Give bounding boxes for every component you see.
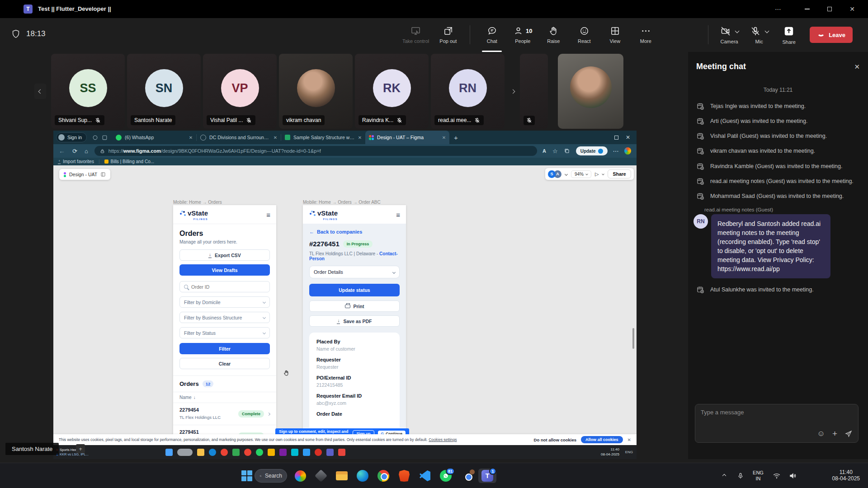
- browser-more-icon[interactable]: ⋯: [613, 148, 619, 155]
- people-button[interactable]: 10 People: [511, 21, 534, 49]
- remote-taskbar-icon[interactable]: [268, 449, 275, 456]
- spotlight-video-tile[interactable]: [558, 54, 623, 129]
- tray-language[interactable]: ENGIN: [750, 469, 767, 483]
- collaborators-chevron-icon[interactable]: [565, 172, 568, 175]
- tab-close-icon[interactable]: ✕: [442, 135, 446, 140]
- participant-tile[interactable]: SS Shivani Sup...: [51, 54, 125, 129]
- remote-taskbar-icon[interactable]: [244, 449, 251, 456]
- participant-tile[interactable]: RN read.ai mee...: [431, 54, 505, 129]
- whatsapp-icon[interactable]: 81: [439, 469, 453, 483]
- mic-options-chevron-icon[interactable]: [764, 29, 769, 33]
- edge-icon[interactable]: [355, 469, 370, 483]
- tray-mic-icon[interactable]: [733, 469, 748, 483]
- remote-taskbar-icon[interactable]: [232, 449, 240, 456]
- close-button[interactable]: ✕: [842, 0, 863, 18]
- remote-taskbar-icon[interactable]: [279, 449, 287, 456]
- tray-expand-icon[interactable]: [717, 469, 731, 483]
- mic-button[interactable]: Mic: [747, 21, 771, 49]
- workspaces-icon[interactable]: [92, 135, 98, 141]
- pop-out-button[interactable]: Pop out: [436, 21, 460, 49]
- update-status-button[interactable]: Update status: [309, 284, 400, 296]
- back-to-companies-link[interactable]: ←Back to companies: [309, 229, 400, 235]
- emoji-icon[interactable]: ☺: [817, 429, 825, 438]
- participant-tile[interactable]: vikram chavan: [279, 54, 353, 129]
- share-button[interactable]: Share: [777, 21, 801, 49]
- column-header-name[interactable]: Name↓: [173, 392, 276, 403]
- teams-taskbar-icon[interactable]: T 1: [478, 469, 496, 483]
- layers-panel-icon[interactable]: [100, 172, 106, 177]
- present-button[interactable]: ▷: [595, 171, 599, 177]
- chat-close-icon[interactable]: ✕: [854, 63, 860, 71]
- chrome-profile-icon[interactable]: [460, 469, 475, 483]
- view-button[interactable]: View: [603, 21, 627, 49]
- tab-actions-icon[interactable]: [102, 135, 108, 141]
- save-as-pdf-button[interactable]: ↓Save as PDF: [309, 315, 400, 327]
- remote-taskbar-icon[interactable]: [165, 449, 173, 456]
- overlay-add-button[interactable]: +: [76, 444, 85, 453]
- remote-taskbar-icon[interactable]: [197, 449, 204, 456]
- vscode-icon[interactable]: [418, 469, 432, 483]
- frame-label[interactable]: Mobile: Home → Orders: [173, 200, 222, 205]
- participant-tile[interactable]: RK Ravindra K...: [355, 54, 429, 129]
- collaborator-avatar[interactable]: S: [548, 170, 556, 178]
- collections-icon[interactable]: [564, 148, 570, 154]
- design-frame-order-detail[interactable]: vStateFILINGS ≡ ←Back to companies #2276…: [303, 205, 406, 433]
- figma-share-button[interactable]: Share: [608, 169, 631, 178]
- filter-status-select[interactable]: Filter by Status: [179, 327, 270, 338]
- attach-plus-icon[interactable]: +: [832, 429, 837, 439]
- tab-close-icon[interactable]: ✕: [358, 135, 362, 140]
- remote-taskbar-icon[interactable]: [177, 449, 193, 456]
- taskbar-search[interactable]: Search: [255, 469, 287, 483]
- browser-update-button[interactable]: Update: [576, 146, 608, 155]
- hamburger-icon[interactable]: ≡: [396, 211, 400, 219]
- tab-close-icon[interactable]: ✕: [189, 135, 193, 140]
- brave-icon[interactable]: [397, 469, 411, 483]
- remote-taskbar-icon[interactable]: [221, 449, 228, 456]
- design-frame-orders[interactable]: vStateFILINGS ≡ Orders Manage all your o…: [173, 205, 276, 459]
- copilot-icon[interactable]: [624, 147, 631, 155]
- participant-tile[interactable]: SN Santosh Narate: [127, 54, 201, 129]
- figma-canvas[interactable]: Design - UAT S A 94% ▷ Share Mobile: Hom…: [53, 165, 637, 434]
- start-button[interactable]: [240, 469, 254, 483]
- print-button[interactable]: Print: [309, 300, 400, 312]
- browser-tab[interactable]: (6) WhatsApp✕: [112, 131, 196, 144]
- browser-profile-button[interactable]: Sign in: [56, 132, 87, 142]
- order-id-input[interactable]: [191, 284, 265, 290]
- remote-taskbar-icon[interactable]: [338, 449, 345, 456]
- refresh-icon[interactable]: ⟳: [72, 148, 77, 155]
- raise-hand-button[interactable]: Raise: [542, 21, 565, 49]
- remote-taskbar-icon[interactable]: [209, 449, 216, 456]
- cookie-close-icon[interactable]: ✕: [627, 437, 631, 442]
- frame-label[interactable]: Mobile: Home → Orders → Order ABC: [303, 200, 381, 205]
- remote-taskbar-icon[interactable]: [303, 449, 310, 456]
- cookie-settings-link[interactable]: Cookies settings: [429, 437, 457, 442]
- favorites-star-icon[interactable]: ☆: [552, 148, 558, 155]
- filter-button[interactable]: Filter: [179, 343, 270, 354]
- new-tab-button[interactable]: +: [454, 134, 458, 141]
- view-drafts-button[interactable]: View Drafts: [179, 264, 270, 276]
- home-icon[interactable]: ⌂: [85, 148, 88, 155]
- present-chevron-icon[interactable]: [602, 173, 605, 175]
- minimize-button[interactable]: [797, 0, 817, 18]
- filter-domicile-select[interactable]: Filter by Domicile: [179, 296, 270, 308]
- more-button[interactable]: More: [634, 21, 657, 49]
- tray-wifi-icon[interactable]: [769, 469, 784, 483]
- browser-close-button[interactable]: ✕: [626, 134, 630, 141]
- camera-button[interactable]: Camera: [717, 21, 741, 49]
- import-favorites-button[interactable]: ↑Import favorites: [58, 159, 94, 164]
- clear-button[interactable]: Clear: [179, 358, 270, 369]
- tab-close-icon[interactable]: ✕: [274, 135, 277, 140]
- zoom-menu[interactable]: 94%: [571, 170, 591, 178]
- remote-taskbar-icon[interactable]: [326, 449, 334, 456]
- participant-tile-partial[interactable]: [520, 54, 548, 129]
- address-bar[interactable]: https://www.figma.com/design/9BKQ0FOHRWa…: [94, 146, 537, 156]
- maximize-button[interactable]: [819, 0, 840, 18]
- scroll-left-button[interactable]: [34, 84, 46, 99]
- leave-button[interactable]: Leave: [810, 27, 853, 43]
- deny-cookies-button[interactable]: Do not allow cookies: [534, 437, 577, 442]
- chrome-icon[interactable]: [376, 469, 391, 483]
- back-icon[interactable]: ←: [59, 147, 65, 155]
- browser-tab[interactable]: DC Divisions and Surroundings✕: [197, 131, 281, 144]
- browser-maximize-button[interactable]: [614, 133, 618, 141]
- order-row[interactable]: 2279454TL Flex Holdings LLC Complete: [173, 403, 276, 425]
